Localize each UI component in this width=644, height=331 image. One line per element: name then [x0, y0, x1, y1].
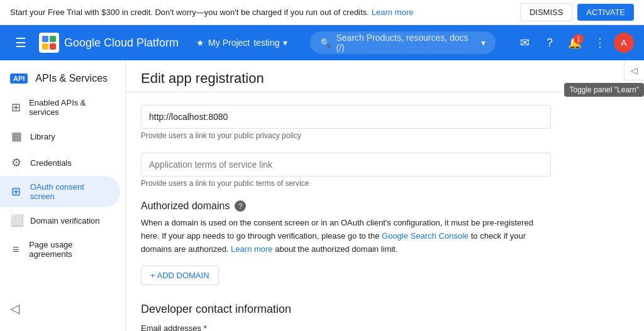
- authorized-domains-section: Authorized domains ? When a domain is us…: [141, 200, 551, 285]
- main-layout: API APIs & Services ⊞ Enabled APIs & ser…: [0, 60, 644, 331]
- search-placeholder-text: Search Products, resources, docs (/): [336, 33, 476, 53]
- email-label: Email addresses *: [141, 323, 551, 331]
- privacy-policy-field: Provide users a link to your public priv…: [141, 105, 551, 140]
- oauth-icon: ⊞: [10, 185, 23, 198]
- page-title: Edit app registration: [141, 70, 629, 87]
- sidebar-item-library[interactable]: ▦ Library: [0, 123, 120, 149]
- terms-of-service-hint: Provide users a link to your public term…: [141, 179, 551, 188]
- user-avatar[interactable]: A: [614, 33, 634, 53]
- notifications-button[interactable]: 🔔 1: [564, 31, 586, 54]
- nav-actions: ✉ ? 🔔 1 ⋮ A: [513, 31, 634, 54]
- google-search-console-link[interactable]: Google Search Console: [382, 231, 469, 241]
- page-usage-icon: ≡: [10, 243, 21, 256]
- content-area: Edit app registration ◁ Toggle panel "Le…: [126, 60, 644, 331]
- learn-more-link[interactable]: Learn more: [231, 244, 272, 254]
- nav-search-bar[interactable]: 🔍 Search Products, resources, docs (/) ▾: [310, 31, 496, 54]
- sidebar-item-label: Library: [30, 132, 55, 141]
- toggle-panel-tooltip: Toggle panel "Learn": [564, 83, 644, 97]
- sidebar-header: API APIs & Services: [0, 65, 125, 92]
- domain-icon: ⬜: [10, 214, 23, 227]
- nav-project-name: testing: [253, 38, 279, 48]
- nav-project-star: ★: [196, 38, 204, 48]
- sidebar-item-oauth[interactable]: ⊞ OAuth consent screen: [0, 176, 120, 207]
- sidebar-item-label: OAuth consent screen: [30, 182, 110, 201]
- authorized-domains-help-icon[interactable]: ?: [235, 200, 246, 212]
- sidebar-item-label: Credentials: [30, 158, 72, 168]
- nav-project-prefix: My Project: [208, 38, 250, 48]
- developer-contact-title: Developer contact information: [141, 303, 551, 316]
- sidebar-item-enabled-apis[interactable]: ⊞ Enabled APIs & services: [0, 92, 120, 123]
- activate-button[interactable]: ACTIVATE: [577, 4, 634, 21]
- search-chevron-icon: ▾: [481, 38, 486, 48]
- api-badge: API: [10, 73, 28, 84]
- toggle-panel-wrapper: ◁ Toggle panel "Learn": [624, 60, 644, 80]
- nav-project-selector[interactable]: ★ My Project testing ▾: [191, 35, 292, 50]
- help-button[interactable]: ?: [538, 31, 561, 54]
- toggle-panel-button[interactable]: ◁: [624, 60, 644, 80]
- terms-of-service-field: Provide users a link to your public term…: [141, 153, 551, 188]
- more-options-button[interactable]: ⋮: [589, 31, 611, 54]
- notification-count: 1: [574, 34, 584, 44]
- hamburger-icon[interactable]: ☰: [10, 30, 31, 55]
- cloud-shell-icon: ✉: [520, 36, 530, 50]
- authorized-domains-title: Authorized domains ?: [141, 200, 551, 212]
- dismiss-button[interactable]: DISMISS: [520, 3, 572, 21]
- authorized-domains-desc: When a domain is used on the consent scr…: [141, 217, 551, 256]
- credentials-icon: ⚙: [10, 156, 23, 170]
- terms-of-service-input[interactable]: [141, 153, 551, 176]
- privacy-policy-input[interactable]: [141, 105, 551, 129]
- sidebar-item-page-usage[interactable]: ≡ Page usage agreements: [0, 234, 120, 265]
- help-icon: ?: [547, 36, 553, 50]
- add-domain-button[interactable]: + ADD DOMAIN: [141, 266, 219, 285]
- sidebar: API APIs & Services ⊞ Enabled APIs & ser…: [0, 60, 126, 331]
- email-required-marker: *: [204, 323, 207, 331]
- sidebar-item-label: Enabled APIs & services: [29, 98, 110, 117]
- banner-learn-more-link[interactable]: Learn more: [372, 8, 413, 17]
- search-icon: 🔍: [320, 38, 331, 48]
- sidebar-header-text: APIs & Services: [35, 73, 108, 84]
- enabled-apis-icon: ⊞: [10, 100, 21, 114]
- gcp-logo-icon: [39, 33, 59, 53]
- developer-contact-section: Developer contact information Email addr…: [141, 303, 551, 331]
- sidebar-collapse-button[interactable]: ◁: [0, 296, 30, 321]
- privacy-policy-hint: Provide users a link to your public priv…: [141, 131, 551, 140]
- page-content: Provide users a link to your public priv…: [126, 92, 566, 331]
- sidebar-item-credentials[interactable]: ⚙ Credentials: [0, 149, 120, 176]
- more-options-icon: ⋮: [594, 36, 606, 50]
- banner-text: Start your Free Trial with $300 in credi…: [10, 8, 369, 17]
- nav-project-chevron: ▾: [283, 38, 287, 48]
- sidebar-item-domain-verification[interactable]: ⬜ Domain verification: [0, 207, 120, 234]
- library-icon: ▦: [10, 129, 23, 143]
- sidebar-item-label: Page usage agreements: [29, 240, 110, 259]
- sidebar-item-label: Domain verification: [30, 216, 100, 225]
- top-banner: Start your Free Trial with $300 in credi…: [0, 0, 644, 25]
- nav-logo: Google Cloud Platform: [39, 33, 179, 53]
- nav-logo-text: Google Cloud Platform: [64, 36, 179, 50]
- nav-bar: ☰ Google Cloud Platform ★ My Project tes…: [0, 25, 644, 60]
- cloud-shell-button[interactable]: ✉: [513, 31, 536, 54]
